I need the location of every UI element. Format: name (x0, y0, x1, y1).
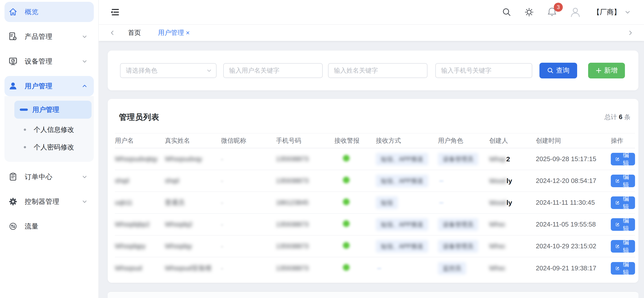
chevron-down-icon (81, 198, 88, 205)
sidebar: 概览 产品管理 设备管理 用户管理 (0, 0, 99, 298)
edit-button[interactable]: 编辑 (611, 196, 635, 209)
add-button[interactable]: 新增 (588, 63, 625, 78)
chevron-down-icon (206, 67, 212, 74)
sidebar-item-product[interactable]: 产品管理 (4, 27, 94, 47)
monitor-icon (8, 56, 18, 66)
user-role-tag: -- (438, 197, 445, 208)
gear-icon (8, 197, 18, 207)
created-at-value: 2024-09-21 19:38:17 (536, 264, 611, 272)
sidebar-item-label: 控制器管理 (25, 197, 60, 206)
username-value: Whsqdqbp2 (115, 221, 165, 228)
search-icon (547, 67, 554, 74)
edit-button[interactable]: 编辑 (611, 175, 635, 187)
creator-value: Whsc (489, 242, 536, 250)
creator-value: Whsp2 (489, 155, 536, 163)
tab-user-management[interactable]: 用户管理 × (158, 28, 190, 37)
alert-on-indicator (343, 177, 350, 183)
notifications-bell-icon[interactable]: 3 (546, 6, 558, 18)
phone-value: 186123845 (276, 199, 334, 206)
username-value: uqb11 (115, 199, 165, 206)
username-value: Whsqsud (115, 264, 165, 272)
theme-sun-icon[interactable] (524, 7, 534, 18)
sidebar-item-label: 产品管理 (25, 32, 52, 41)
receive-method-tag: 短信、APP推送 (376, 153, 428, 166)
user-role-tag: 设备管理员 (438, 240, 478, 253)
sidebar-item-label: 设备管理 (25, 57, 52, 66)
chevron-up-icon (81, 83, 88, 89)
edit-button[interactable]: 编辑 (611, 218, 635, 231)
sidebar-subitem-user-management[interactable]: 用户管理 (14, 101, 92, 119)
phone-value: 135938873 (276, 264, 334, 272)
user-management-submenu: 用户管理 个人信息修改 个人密码修改 (4, 96, 94, 162)
sidebar-item-overview[interactable]: 概览 (4, 2, 94, 22)
table-row: Whsqdqbp2 Whsqdq2 - 135938873 短信、APP推送 设… (115, 214, 635, 236)
search-icon[interactable] (501, 7, 512, 18)
wechat-nickname-value: - (221, 156, 276, 163)
alert-on-indicator (343, 155, 350, 162)
alert-status (334, 242, 376, 250)
table-row: Whsqdqpy Whsqdqy - 135938873 短信、APP推送 设备… (115, 236, 635, 257)
name-keyword-input[interactable] (328, 63, 428, 78)
phone-keyword-input[interactable] (435, 63, 532, 78)
table-column-headers: 用户名真实姓名 微信昵称手机号码 接收警报接收方式 用户角色创建人 创建时间操作 (115, 133, 635, 148)
user-role-tag: 设备管理员 (438, 218, 478, 231)
sidebar-item-label: 用户管理 (25, 82, 52, 91)
receive-method-tag: -- (376, 262, 382, 274)
edit-pencil-icon (615, 222, 620, 227)
chevron-down-icon (81, 58, 88, 65)
wechat-nickname-value: - (221, 221, 276, 228)
plus-icon (596, 67, 602, 74)
edit-button[interactable]: 编辑 (611, 153, 635, 166)
role-select[interactable]: 请选择角色 (120, 63, 216, 78)
main-area: 3 【厂商】 首页 用户管理 × (99, 0, 644, 298)
edit-pencil-icon (615, 178, 620, 184)
bullet-icon (24, 128, 26, 131)
close-tab-icon[interactable]: × (186, 29, 190, 37)
edit-pencil-icon (615, 156, 620, 162)
sidebar-item-traffic[interactable]: 流量 (4, 216, 94, 236)
tab-home[interactable]: 首页 (128, 28, 141, 37)
sidebar-subitem-password-edit[interactable]: 个人密码修改 (4, 138, 94, 156)
collapse-sidebar-icon[interactable] (110, 7, 121, 18)
sidebar-item-order-center[interactable]: 订单中心 (4, 167, 94, 187)
phone-value: 135938873 (276, 221, 334, 228)
table-row: uqb11 普通员 - 186123845 短信 -- Woodly 2024-… (115, 192, 635, 214)
tab-bar: 首页 用户管理 × (99, 25, 644, 41)
username-keyword-input[interactable] (223, 63, 323, 78)
sidebar-item-label: 概览 (25, 8, 38, 17)
username-value: Whsqdqpy (115, 242, 165, 250)
edit-button[interactable]: 编辑 (611, 240, 635, 253)
edit-button[interactable]: 编辑 (611, 262, 635, 275)
sidebar-item-user-management[interactable]: 用户管理 (4, 76, 94, 96)
real-name-value: shqd (165, 177, 221, 185)
alert-status (334, 220, 376, 229)
chevron-down-icon (81, 33, 88, 40)
tabs-scroll-left-icon[interactable] (106, 30, 120, 36)
real-name-value: 普通员 (165, 198, 221, 207)
alert-status (334, 155, 376, 163)
alert-status (334, 264, 376, 272)
account-menu[interactable]: 【厂商】 (593, 8, 632, 17)
chevron-down-icon (81, 174, 88, 180)
alert-status (334, 198, 376, 207)
tabs-scroll-right-icon[interactable] (623, 30, 637, 36)
user-role-tag: 设备管理员 (438, 153, 478, 166)
wechat-nickname-value: - (221, 243, 276, 250)
creator-value: Whsc (489, 264, 536, 272)
receive-method-tag: 短信、APP推送 (376, 218, 428, 231)
table-row: Whsqsud Whsqsud安装维 - 135938873 -- 监控员 Wh… (115, 257, 635, 279)
avatar-icon[interactable] (570, 6, 581, 18)
search-button[interactable]: 查询 (540, 63, 577, 78)
edit-pencil-icon (615, 243, 620, 249)
sidebar-item-device[interactable]: 设备管理 (4, 51, 94, 71)
phone-value: 135938873 (276, 155, 334, 163)
role-select-value[interactable]: 请选择角色 (120, 63, 216, 78)
real-name-value: Whsqsudxqy (165, 155, 221, 163)
sidebar-subitem-profile-edit[interactable]: 个人信息修改 (4, 121, 94, 138)
sidebar-item-controller-management[interactable]: 控制器管理 (4, 192, 94, 212)
sidebar-item-label: 流量 (25, 222, 38, 231)
table-row: shqd shqd - 135938873 短信、APP推送 -- Woodly… (115, 170, 635, 192)
created-at-value: 2024-10-29 23:15:02 (536, 242, 611, 250)
phone-value: 135938873 (276, 242, 334, 250)
filter-bar: 请选择角色 查询 新增 (108, 51, 638, 90)
